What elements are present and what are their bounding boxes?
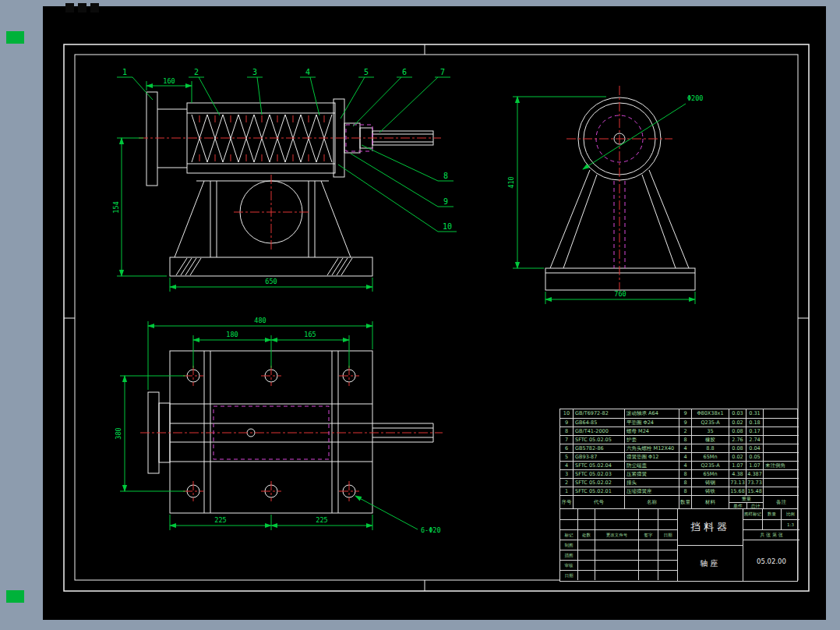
bom-cell-code: GB5782-86	[573, 444, 624, 452]
dim-480: 480	[254, 317, 266, 324]
bom-cell-name: 螺母 M24	[624, 426, 679, 435]
bom-row: 5GB93-87弹簧垫圈 Φ12465Mn0.020.05	[560, 452, 797, 461]
scale-value: 1:3	[781, 520, 799, 529]
bom-cell-remark	[763, 435, 799, 444]
tb-cell	[560, 519, 577, 529]
plan-view-geometry	[148, 351, 433, 513]
tb-sig-check: 审核	[560, 560, 577, 570]
side-view-geometry	[545, 97, 695, 290]
bom-row: 4SFTC 05.02.04防尘端盖4Q235-A1.071.07未注倒角	[560, 461, 797, 469]
bom-header: 序号 代号 名称 数量 材料 重量 单件 总计 备注	[560, 495, 797, 508]
tb-cell	[638, 550, 658, 560]
bom-cell-total-weight: 0.17	[746, 426, 763, 435]
bom-cell-single-weight: 1.07	[729, 461, 746, 469]
mark-label: 图样标记	[743, 509, 762, 519]
tb-cell	[577, 519, 595, 529]
tb-cell	[595, 509, 638, 519]
bom-row: 1SFTC 05.02.01压缩弹簧座8铸铁15.6815.48	[560, 487, 797, 495]
bom-cell-qty: 4	[679, 452, 691, 461]
dim-154: 154	[112, 201, 120, 213]
bom-cell-total-weight: 73.73	[746, 478, 763, 487]
bom-cell-single-weight: 0.02	[729, 418, 746, 426]
dim-410: 410	[507, 176, 515, 188]
bom-cell-name: 压缩弹簧座	[624, 487, 679, 495]
bom-cell-remark	[763, 418, 799, 426]
bom-cell-total-weight: 0.18	[746, 418, 763, 426]
bom-cell-no: 10	[560, 409, 573, 418]
bom-cell-remark	[763, 409, 799, 418]
bom-cell-no: 7	[560, 435, 573, 444]
bom-header-qty: 数量	[679, 495, 691, 508]
tb-rev-sign: 签字	[638, 529, 658, 540]
front-view-geometry	[146, 92, 433, 276]
cad-viewer-screen: 160 154 650 1 2 3 4 5 6	[0, 0, 840, 630]
bom-header-weight: 重量	[729, 496, 763, 502]
bom-cell-remark	[763, 469, 799, 478]
bom-row: 8GB/T41-2000螺母 M242350.080.17	[560, 426, 797, 435]
dim-760: 760	[614, 290, 626, 298]
tb-cell	[595, 550, 638, 560]
tb-cell	[577, 570, 595, 580]
bom-cell-material: Φ80X38x1	[691, 409, 729, 418]
dim-holes-note: 6-Φ20	[421, 526, 441, 534]
bom-cell-qty: 8	[679, 469, 691, 478]
bom-cell-qty: 9	[679, 418, 691, 426]
bom-cell-single-weight: 15.68	[729, 487, 746, 495]
bom-cell-total-weight: 15.48	[746, 487, 763, 495]
callout-9: 9	[443, 197, 448, 206]
bom-cell-single-weight: 2.76	[729, 435, 746, 444]
tb-sig-draw: 制图	[560, 540, 577, 550]
bom-cell-name: 撞头	[624, 478, 679, 487]
bom-cell-name: 平垫圈 Φ24	[624, 418, 679, 426]
tb-rev-mark: 标记	[560, 529, 577, 540]
callout-1: 1	[122, 68, 127, 76]
bom-cell-single-weight: 0.08	[729, 426, 746, 435]
bom-cell-single-weight: 0.08	[729, 444, 746, 452]
bom-cell-name: 压紧弹簧	[624, 469, 679, 478]
bom-cell-remark	[763, 426, 799, 435]
title-block-revision-grid: 标记 处数 更改文件号 签字 日期 制图 描图 审核 日期	[560, 509, 677, 582]
tb-cell	[658, 570, 677, 580]
tb-sig-trace: 描图	[560, 550, 577, 560]
tb-rev-date: 日期	[658, 529, 677, 540]
bom-cell-total-weight: 2.74	[746, 435, 763, 444]
bom-cell-no: 2	[560, 478, 573, 487]
tb-cell	[638, 570, 658, 580]
callout-10: 10	[443, 222, 452, 231]
callout-6: 6	[402, 68, 407, 76]
callout-8: 8	[443, 172, 448, 180]
tb-cell	[638, 540, 658, 550]
bom-header-weight-group: 重量 单件 总计	[729, 495, 763, 508]
bom-cell-no: 6	[560, 444, 573, 452]
callout-4: 4	[305, 68, 310, 76]
callout-3: 3	[252, 68, 257, 76]
callout-2: 2	[194, 68, 199, 76]
tb-sig-date: 日期	[560, 570, 577, 580]
tb-cell	[595, 570, 638, 580]
dim-165: 165	[304, 331, 316, 338]
bom-cell-code: SFTC 05.02.01	[573, 487, 624, 495]
bom-cell-material: Q235-A	[691, 418, 729, 426]
bom-cell-total-weight: 1.07	[746, 461, 763, 469]
bom-cell-qty: 2	[679, 426, 691, 435]
bom-cell-code: SFTC 05.02.04	[573, 461, 624, 469]
bom-cell-remark	[763, 487, 799, 495]
side-view: Φ200 410 760	[507, 86, 703, 304]
bom-cell-material: 橡胶	[691, 435, 729, 444]
bom-cell-material: Q235-A	[691, 461, 729, 469]
scale-label: 比例	[781, 509, 799, 519]
bom-cell-qty: 4	[679, 461, 691, 469]
qty-value	[762, 520, 781, 529]
bom-cell-code: GB64-85	[573, 418, 624, 426]
bom-table: 10GB/T6972-82滚动轴承 A649Φ80X38x10.030.31 9…	[560, 409, 797, 508]
tb-cell	[560, 509, 577, 519]
part-name: 挡料器	[678, 509, 743, 545]
dim-180: 180	[226, 331, 238, 338]
tb-cell	[658, 540, 677, 550]
dim-160: 160	[163, 77, 175, 85]
bom-cell-name: 滚动轴承 A64	[624, 409, 679, 418]
plan-view-centerlines	[140, 366, 443, 501]
callout-7: 7	[440, 68, 445, 76]
bom-row: 7SFTC 05.02.05护套8橡胶2.762.74	[560, 435, 797, 444]
bom-cell-name: 护套	[624, 435, 679, 444]
